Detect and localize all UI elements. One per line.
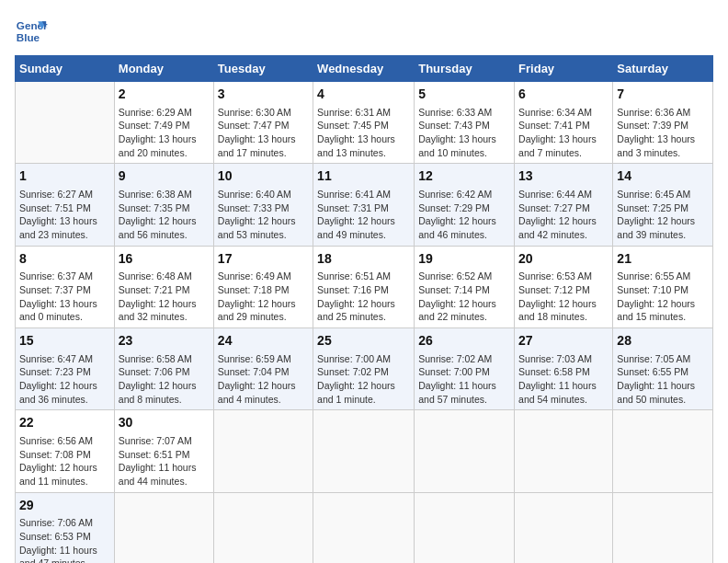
- calendar-cell: 27Sunrise: 7:03 AMSunset: 6:58 PMDayligh…: [515, 328, 613, 410]
- calendar-cell: [613, 492, 713, 563]
- sunrise: Sunrise: 6:51 AM: [317, 270, 391, 282]
- daylight: Daylight: 13 hours and 13 minutes.: [317, 133, 395, 158]
- day-number: 13: [518, 167, 609, 186]
- daylight: Daylight: 12 hours and 49 minutes.: [317, 215, 395, 240]
- day-number: 27: [518, 332, 609, 350]
- sunrise: Sunrise: 6:31 AM: [317, 107, 391, 118]
- daylight: Daylight: 12 hours and 4 minutes.: [218, 380, 296, 405]
- calendar-cell: 10Sunrise: 6:40 AMSunset: 7:33 PMDayligh…: [213, 164, 313, 246]
- daylight: Daylight: 11 hours and 44 minutes.: [119, 462, 197, 487]
- sunrise: Sunrise: 6:29 AM: [119, 107, 192, 118]
- sunrise: Sunrise: 6:34 AM: [518, 107, 592, 118]
- calendar-cell: [213, 492, 313, 563]
- day-number: 28: [617, 332, 709, 350]
- calendar-cell: 25Sunrise: 7:00 AMSunset: 7:02 PMDayligh…: [313, 328, 415, 410]
- calendar-cell: [515, 410, 613, 492]
- calendar-cell: [213, 410, 313, 492]
- day-number: 29: [19, 497, 110, 515]
- day-number: 26: [418, 332, 510, 350]
- sunrise: Sunrise: 6:55 AM: [617, 270, 690, 282]
- calendar-cell: 30Sunrise: 7:07 AMSunset: 6:51 PMDayligh…: [114, 410, 213, 492]
- calendar-cell: 22Sunrise: 6:56 AMSunset: 7:08 PMDayligh…: [16, 410, 115, 492]
- sunset: Sunset: 7:12 PM: [518, 284, 590, 295]
- sunset: Sunset: 6:51 PM: [119, 449, 190, 460]
- week-row-0: 2Sunrise: 6:29 AMSunset: 7:49 PMDaylight…: [16, 82, 713, 164]
- calendar-cell: 24Sunrise: 6:59 AMSunset: 7:04 PMDayligh…: [213, 328, 313, 410]
- daylight: Daylight: 12 hours and 39 minutes.: [617, 215, 695, 240]
- day-number: 18: [317, 250, 410, 269]
- calendar-cell: 16Sunrise: 6:48 AMSunset: 7:21 PMDayligh…: [114, 246, 213, 327]
- week-row-4: 22Sunrise: 6:56 AMSunset: 7:08 PMDayligh…: [16, 410, 713, 492]
- col-header-sunday: Sunday: [16, 56, 115, 82]
- sunrise: Sunrise: 6:56 AM: [19, 435, 93, 446]
- calendar-cell: 8Sunrise: 6:37 AMSunset: 7:37 PMDaylight…: [16, 246, 115, 327]
- sunset: Sunset: 7:08 PM: [19, 449, 91, 460]
- col-header-thursday: Thursday: [415, 56, 515, 82]
- sunset: Sunset: 7:21 PM: [119, 284, 190, 295]
- calendar-cell: 18Sunrise: 6:51 AMSunset: 7:16 PMDayligh…: [313, 246, 415, 327]
- sunset: Sunset: 7:35 PM: [119, 202, 190, 213]
- sunset: Sunset: 7:49 PM: [119, 120, 190, 131]
- calendar-cell: 3Sunrise: 6:30 AMSunset: 7:47 PMDaylight…: [213, 82, 313, 164]
- calendar-cell: 17Sunrise: 6:49 AMSunset: 7:18 PMDayligh…: [213, 246, 313, 327]
- daylight: Daylight: 12 hours and 15 minutes.: [617, 298, 695, 323]
- sunset: Sunset: 7:23 PM: [19, 366, 91, 377]
- logo-icon: General Blue: [15, 15, 48, 48]
- daylight: Daylight: 11 hours and 57 minutes.: [418, 380, 496, 405]
- calendar-cell: 1Sunrise: 6:27 AMSunset: 7:51 PMDaylight…: [16, 164, 115, 246]
- day-number: 20: [518, 250, 609, 269]
- sunset: Sunset: 6:55 PM: [617, 366, 688, 377]
- daylight: Daylight: 12 hours and 42 minutes.: [518, 215, 597, 240]
- sunrise: Sunrise: 6:36 AM: [617, 107, 690, 118]
- col-header-monday: Monday: [114, 56, 213, 82]
- day-number: 5: [418, 86, 510, 104]
- sunset: Sunset: 6:53 PM: [19, 531, 91, 542]
- sunrise: Sunrise: 6:27 AM: [19, 189, 93, 200]
- day-number: 21: [617, 250, 709, 269]
- daylight: Daylight: 12 hours and 46 minutes.: [418, 215, 496, 240]
- calendar-cell: 26Sunrise: 7:02 AMSunset: 7:00 PMDayligh…: [415, 328, 515, 410]
- sunset: Sunset: 7:29 PM: [418, 202, 490, 213]
- week-row-1: 1Sunrise: 6:27 AMSunset: 7:51 PMDaylight…: [16, 164, 713, 246]
- sunset: Sunset: 7:14 PM: [418, 284, 490, 295]
- sunrise: Sunrise: 6:44 AM: [518, 189, 592, 200]
- sunrise: Sunrise: 6:52 AM: [418, 270, 492, 282]
- daylight: Daylight: 12 hours and 29 minutes.: [218, 298, 296, 323]
- day-number: 7: [617, 86, 709, 104]
- calendar-cell: 4Sunrise: 6:31 AMSunset: 7:45 PMDaylight…: [313, 82, 415, 164]
- calendar-cell: [313, 410, 415, 492]
- daylight: Daylight: 13 hours and 0 minutes.: [19, 298, 97, 323]
- calendar-cell: 28Sunrise: 7:05 AMSunset: 6:55 PMDayligh…: [613, 328, 713, 410]
- day-number: 15: [19, 332, 110, 350]
- sunset: Sunset: 7:25 PM: [617, 202, 688, 213]
- calendar-cell: [613, 410, 713, 492]
- day-number: 11: [317, 167, 410, 186]
- sunrise: Sunrise: 6:47 AM: [19, 353, 93, 364]
- day-number: 23: [119, 332, 210, 350]
- sunset: Sunset: 7:02 PM: [317, 366, 389, 377]
- day-number: 1: [19, 167, 110, 186]
- daylight: Daylight: 11 hours and 50 minutes.: [617, 380, 695, 405]
- daylight: Daylight: 13 hours and 20 minutes.: [119, 133, 197, 158]
- page-header: General Blue: [15, 15, 713, 48]
- calendar-cell: 19Sunrise: 6:52 AMSunset: 7:14 PMDayligh…: [415, 246, 515, 327]
- day-number: 3: [218, 86, 309, 104]
- calendar-cell: 5Sunrise: 6:33 AMSunset: 7:43 PMDaylight…: [415, 82, 515, 164]
- sunrise: Sunrise: 7:05 AM: [617, 353, 690, 364]
- logo: General Blue: [15, 15, 48, 48]
- day-number: 6: [518, 86, 609, 104]
- calendar-cell: 14Sunrise: 6:45 AMSunset: 7:25 PMDayligh…: [613, 164, 713, 246]
- sunset: Sunset: 7:45 PM: [317, 120, 389, 131]
- daylight: Daylight: 12 hours and 36 minutes.: [19, 380, 97, 405]
- sunset: Sunset: 7:00 PM: [418, 366, 490, 377]
- sunset: Sunset: 7:33 PM: [218, 202, 290, 213]
- sunset: Sunset: 7:06 PM: [119, 366, 190, 377]
- calendar-cell: 12Sunrise: 6:42 AMSunset: 7:29 PMDayligh…: [415, 164, 515, 246]
- sunrise: Sunrise: 7:00 AM: [317, 353, 391, 364]
- daylight: Daylight: 13 hours and 10 minutes.: [418, 133, 496, 158]
- daylight: Daylight: 13 hours and 23 minutes.: [19, 215, 97, 240]
- day-number: 19: [418, 250, 510, 269]
- sunrise: Sunrise: 6:58 AM: [119, 353, 192, 364]
- sunset: Sunset: 7:18 PM: [218, 284, 290, 295]
- daylight: Daylight: 12 hours and 53 minutes.: [218, 215, 296, 240]
